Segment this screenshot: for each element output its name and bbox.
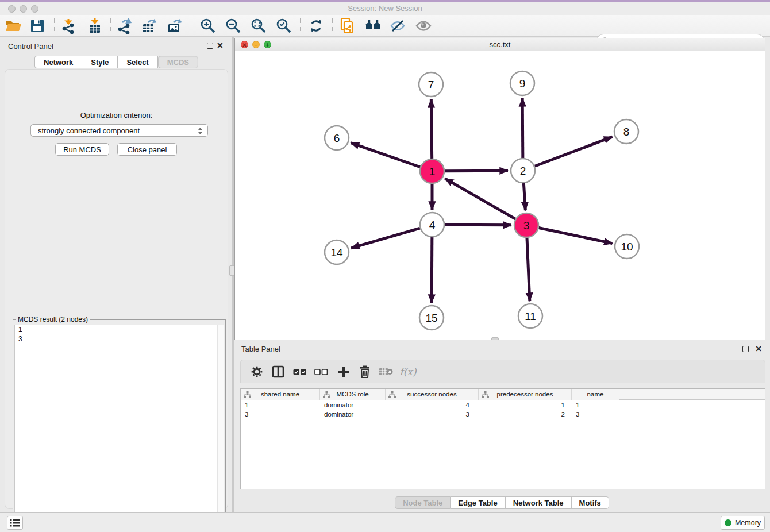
import-network-button[interactable] [59, 17, 78, 34]
hide-selected-button[interactable] [388, 17, 407, 34]
graph-node-8[interactable]: 8 [614, 119, 638, 144]
column-header-shared-name[interactable]: shared name [241, 389, 320, 400]
graph-edge-4-15[interactable] [432, 237, 432, 303]
table-cell[interactable]: dominator [320, 410, 386, 419]
import-table-button[interactable] [85, 17, 105, 34]
graph-edge-2-9[interactable] [522, 98, 523, 158]
node-label: 1 [429, 165, 436, 178]
tab-select[interactable]: Select [118, 56, 157, 68]
graph-node-9[interactable]: 9 [510, 71, 534, 95]
table-cell[interactable]: 1 [572, 400, 619, 410]
column-header-name[interactable]: name [572, 389, 619, 400]
table-row[interactable]: 1dominator411 [241, 400, 765, 410]
tab-style[interactable]: Style [82, 56, 118, 68]
column-header-successor-nodes[interactable]: successor nodes [386, 389, 479, 400]
delete-table-button[interactable] [377, 363, 395, 380]
graph-node-1[interactable]: 1 [420, 159, 444, 183]
import-network-icon [60, 18, 76, 34]
graph-edge-4-3[interactable] [445, 225, 511, 225]
main-toolbar [0, 15, 770, 37]
status-bar: Memory [0, 512, 770, 532]
graph-edge-3-10[interactable] [539, 228, 613, 244]
graph-edge-1-7[interactable] [431, 99, 432, 159]
zoom-selected-button[interactable] [274, 17, 294, 34]
column-header-label: successor nodes [386, 391, 478, 398]
function-builder-button[interactable]: f(x) [399, 363, 417, 380]
zoom-fit-button[interactable] [249, 17, 268, 34]
table-cell[interactable]: dominator [320, 400, 386, 410]
column-header-label: predecessor nodes [479, 391, 571, 398]
graph-edge-1-2[interactable] [445, 171, 508, 171]
column-header-predecessor-nodes[interactable]: predecessor nodes [479, 389, 572, 400]
columns-icon [272, 365, 284, 378]
graph-node-7[interactable]: 7 [419, 72, 443, 97]
table-cell[interactable]: 1 [479, 400, 572, 410]
graph-node-4[interactable]: 4 [420, 213, 444, 237]
refresh-layout-button[interactable] [306, 17, 326, 34]
float-table-panel-icon[interactable] [742, 346, 749, 352]
graph-node-14[interactable]: 14 [325, 240, 349, 264]
table-panel: Table Panel ✕ f(x) [234, 340, 770, 512]
application-window: Session: New Session [0, 0, 770, 532]
deselect-all-button[interactable] [312, 363, 330, 380]
add-column-button[interactable] [334, 363, 353, 380]
table-cell[interactable]: 1 [241, 400, 320, 410]
graph-edge-3-1[interactable] [445, 179, 515, 219]
table-cell[interactable]: 3 [386, 410, 479, 419]
table-cell[interactable]: 3 [241, 410, 320, 419]
network-canvas[interactable]: 1234678910111415 [235, 51, 765, 340]
select-all-button[interactable] [291, 363, 309, 380]
graph-edge-2-3[interactable] [523, 183, 525, 210]
graph-edge-4-14[interactable] [351, 228, 420, 248]
toggle-columns-button[interactable] [269, 363, 287, 380]
export-table-button[interactable] [140, 17, 160, 34]
run-mcds-button[interactable]: Run MCDS [55, 143, 109, 156]
tab-mcds[interactable]: MCDS [158, 56, 198, 68]
zoom-out-button[interactable] [224, 17, 243, 34]
show-all-button[interactable] [414, 17, 433, 34]
graph-edge-1-6[interactable] [351, 143, 421, 167]
duplicate-network-button[interactable] [338, 17, 357, 34]
export-network-button[interactable] [116, 17, 135, 34]
export-image-button[interactable] [165, 17, 185, 34]
toolbar-separator [300, 18, 301, 33]
tab-edge-table[interactable]: Edge Table [451, 496, 505, 509]
graph-edge-3-11[interactable] [527, 238, 530, 301]
close-panel-button[interactable]: Close panel [117, 143, 177, 156]
select-all-icon [293, 368, 307, 376]
tab-network-table[interactable]: Network Table [506, 496, 572, 509]
zoom-in-button[interactable] [198, 17, 218, 34]
table-row[interactable]: 3dominator323 [241, 410, 765, 419]
control-panel-tabs: NetworkStyleSelectMCDS [0, 56, 233, 68]
table-cell[interactable]: 4 [386, 400, 479, 410]
mcds-result-list[interactable]: 1 3 [14, 325, 224, 532]
float-panel-icon[interactable] [207, 43, 213, 49]
open-session-button[interactable] [3, 17, 23, 34]
tab-node-table[interactable]: Node Table [395, 496, 451, 509]
table-settings-button[interactable] [248, 363, 266, 380]
graph-node-15[interactable]: 15 [419, 306, 444, 330]
save-session-button[interactable] [28, 17, 47, 34]
tab-network[interactable]: Network [34, 56, 82, 68]
graph-node-11[interactable]: 11 [518, 304, 542, 328]
table-cell[interactable]: 2 [479, 410, 572, 419]
node-label: 3 [523, 219, 530, 232]
home-network-button[interactable] [363, 17, 383, 34]
export-image-icon [167, 18, 184, 34]
task-history-button[interactable] [7, 516, 23, 530]
graph-edge-2-8[interactable] [535, 137, 613, 166]
delete-column-button[interactable] [356, 363, 374, 380]
close-table-panel-icon[interactable]: ✕ [755, 344, 762, 354]
node-label: 9 [519, 78, 526, 90]
graph-node-6[interactable]: 6 [325, 126, 349, 150]
close-panel-icon[interactable]: ✕ [217, 40, 224, 51]
column-header-MCDS-role[interactable]: MCDS role [320, 389, 386, 400]
memory-button[interactable]: Memory [721, 516, 765, 530]
result-scrollbar[interactable] [217, 325, 224, 532]
graph-node-2[interactable]: 2 [511, 159, 535, 183]
table-cell[interactable]: 3 [572, 410, 619, 419]
graph-node-3[interactable]: 3 [514, 213, 538, 237]
graph-node-10[interactable]: 10 [615, 234, 639, 259]
criterion-dropdown[interactable]: strongly connected component [30, 124, 208, 137]
tab-motifs[interactable]: Motifs [572, 496, 609, 509]
